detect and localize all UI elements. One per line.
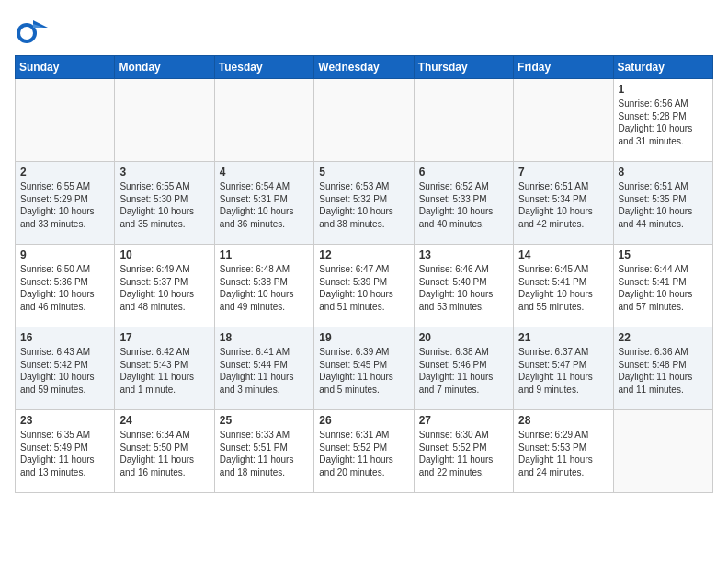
day-number: 6	[419, 166, 508, 178]
calendar-cell: 13Sunrise: 6:46 AM Sunset: 5:40 PM Dayli…	[414, 245, 513, 327]
calendar-cell: 10Sunrise: 6:49 AM Sunset: 5:37 PM Dayli…	[115, 245, 214, 327]
calendar-cell: 28Sunrise: 6:29 AM Sunset: 5:53 PM Dayli…	[514, 410, 613, 493]
col-header-tuesday: Tuesday	[214, 56, 313, 79]
calendar-cell: 25Sunrise: 6:33 AM Sunset: 5:51 PM Dayli…	[214, 410, 313, 493]
day-info: Sunrise: 6:41 AM Sunset: 5:44 PM Dayligh…	[220, 346, 309, 396]
calendar-cell: 20Sunrise: 6:38 AM Sunset: 5:46 PM Dayli…	[414, 327, 513, 410]
day-info: Sunrise: 6:31 AM Sunset: 5:52 PM Dayligh…	[319, 429, 408, 478]
day-number: 10	[119, 248, 209, 261]
calendar-cell: 24Sunrise: 6:34 AM Sunset: 5:50 PM Dayli…	[115, 410, 214, 493]
day-info: Sunrise: 6:30 AM Sunset: 5:52 PM Dayligh…	[419, 429, 508, 478]
day-info: Sunrise: 6:49 AM Sunset: 5:37 PM Dayligh…	[119, 263, 209, 313]
day-info: Sunrise: 6:52 AM Sunset: 5:33 PM Dayligh…	[419, 180, 508, 230]
day-number: 16	[20, 331, 109, 344]
day-number: 13	[419, 248, 508, 261]
day-info: Sunrise: 6:48 AM Sunset: 5:38 PM Dayligh…	[220, 263, 309, 313]
calendar-cell: 9Sunrise: 6:50 AM Sunset: 5:36 PM Daylig…	[16, 245, 115, 327]
calendar-cell: 6Sunrise: 6:52 AM Sunset: 5:33 PM Daylig…	[414, 162, 513, 245]
col-header-saturday: Saturday	[613, 56, 712, 79]
calendar-week-5: 23Sunrise: 6:35 AM Sunset: 5:49 PM Dayli…	[16, 410, 713, 493]
day-info: Sunrise: 6:39 AM Sunset: 5:45 PM Dayligh…	[319, 346, 408, 396]
calendar-cell: 7Sunrise: 6:51 AM Sunset: 5:34 PM Daylig…	[514, 162, 613, 245]
calendar-week-3: 9Sunrise: 6:50 AM Sunset: 5:36 PM Daylig…	[16, 245, 713, 327]
calendar-header-row: SundayMondayTuesdayWednesdayThursdayFrid…	[16, 56, 713, 79]
day-number: 14	[518, 248, 608, 261]
col-header-wednesday: Wednesday	[314, 56, 414, 79]
col-header-monday: Monday	[115, 56, 214, 79]
calendar-cell	[514, 79, 613, 162]
day-info: Sunrise: 6:53 AM Sunset: 5:32 PM Dayligh…	[319, 180, 408, 230]
calendar-cell: 12Sunrise: 6:47 AM Sunset: 5:39 PM Dayli…	[314, 245, 414, 327]
day-number: 18	[220, 331, 309, 344]
calendar-cell	[613, 410, 712, 493]
day-number: 11	[220, 248, 309, 261]
day-info: Sunrise: 6:50 AM Sunset: 5:36 PM Dayligh…	[20, 263, 109, 313]
day-number: 22	[619, 331, 708, 344]
calendar-cell: 2Sunrise: 6:55 AM Sunset: 5:29 PM Daylig…	[16, 162, 115, 245]
day-number: 19	[319, 331, 408, 344]
calendar-cell: 11Sunrise: 6:48 AM Sunset: 5:38 PM Dayli…	[214, 245, 313, 327]
calendar-cell	[414, 79, 513, 162]
day-info: Sunrise: 6:56 AM Sunset: 5:28 PM Dayligh…	[619, 98, 708, 147]
calendar-cell: 18Sunrise: 6:41 AM Sunset: 5:44 PM Dayli…	[214, 327, 313, 410]
day-number: 26	[319, 414, 408, 427]
col-header-thursday: Thursday	[414, 56, 513, 79]
day-info: Sunrise: 6:44 AM Sunset: 5:41 PM Dayligh…	[619, 263, 708, 313]
day-number: 2	[20, 166, 109, 178]
day-info: Sunrise: 6:46 AM Sunset: 5:40 PM Dayligh…	[419, 263, 508, 313]
day-info: Sunrise: 6:36 AM Sunset: 5:48 PM Dayligh…	[619, 346, 708, 396]
day-number: 1	[619, 83, 708, 96]
calendar-cell: 17Sunrise: 6:42 AM Sunset: 5:43 PM Dayli…	[115, 327, 214, 410]
day-number: 12	[319, 248, 408, 261]
calendar-cell: 21Sunrise: 6:37 AM Sunset: 5:47 PM Dayli…	[514, 327, 613, 410]
calendar-cell	[16, 79, 115, 162]
calendar-cell: 23Sunrise: 6:35 AM Sunset: 5:49 PM Dayli…	[16, 410, 115, 493]
day-info: Sunrise: 6:38 AM Sunset: 5:46 PM Dayligh…	[419, 346, 508, 396]
calendar-cell: 8Sunrise: 6:51 AM Sunset: 5:35 PM Daylig…	[613, 162, 712, 245]
page-header	[15, 15, 713, 48]
day-info: Sunrise: 6:35 AM Sunset: 5:49 PM Dayligh…	[20, 429, 109, 478]
svg-point-1	[20, 27, 33, 40]
logo-icon	[15, 15, 48, 48]
day-info: Sunrise: 6:45 AM Sunset: 5:41 PM Dayligh…	[518, 263, 608, 313]
day-info: Sunrise: 6:29 AM Sunset: 5:53 PM Dayligh…	[518, 429, 608, 478]
day-info: Sunrise: 6:37 AM Sunset: 5:47 PM Dayligh…	[518, 346, 608, 396]
day-number: 24	[119, 414, 209, 427]
calendar-cell	[214, 79, 313, 162]
day-info: Sunrise: 6:54 AM Sunset: 5:31 PM Dayligh…	[220, 180, 309, 230]
calendar-cell	[314, 79, 414, 162]
day-number: 15	[619, 248, 708, 261]
day-number: 21	[518, 331, 608, 344]
calendar-table: SundayMondayTuesdayWednesdayThursdayFrid…	[15, 55, 713, 493]
day-number: 8	[619, 166, 708, 178]
calendar-cell: 14Sunrise: 6:45 AM Sunset: 5:41 PM Dayli…	[514, 245, 613, 327]
day-info: Sunrise: 6:55 AM Sunset: 5:30 PM Dayligh…	[119, 180, 209, 230]
calendar-cell: 19Sunrise: 6:39 AM Sunset: 5:45 PM Dayli…	[314, 327, 414, 410]
calendar-cell: 22Sunrise: 6:36 AM Sunset: 5:48 PM Dayli…	[613, 327, 712, 410]
day-info: Sunrise: 6:55 AM Sunset: 5:29 PM Dayligh…	[20, 180, 109, 230]
day-number: 25	[220, 414, 309, 427]
col-header-sunday: Sunday	[16, 56, 115, 79]
col-header-friday: Friday	[514, 56, 613, 79]
logo	[15, 15, 51, 48]
day-number: 4	[220, 166, 309, 178]
day-info: Sunrise: 6:51 AM Sunset: 5:34 PM Dayligh…	[518, 180, 608, 230]
day-info: Sunrise: 6:33 AM Sunset: 5:51 PM Dayligh…	[220, 429, 309, 478]
day-info: Sunrise: 6:42 AM Sunset: 5:43 PM Dayligh…	[119, 346, 209, 396]
calendar-cell: 5Sunrise: 6:53 AM Sunset: 5:32 PM Daylig…	[314, 162, 414, 245]
day-number: 28	[518, 414, 608, 427]
calendar-cell: 26Sunrise: 6:31 AM Sunset: 5:52 PM Dayli…	[314, 410, 414, 493]
day-number: 9	[20, 248, 109, 261]
day-info: Sunrise: 6:43 AM Sunset: 5:42 PM Dayligh…	[20, 346, 109, 396]
day-info: Sunrise: 6:51 AM Sunset: 5:35 PM Dayligh…	[619, 180, 708, 230]
day-number: 5	[319, 166, 408, 178]
day-number: 3	[119, 166, 209, 178]
calendar-cell	[115, 79, 214, 162]
calendar-cell: 15Sunrise: 6:44 AM Sunset: 5:41 PM Dayli…	[613, 245, 712, 327]
calendar-week-2: 2Sunrise: 6:55 AM Sunset: 5:29 PM Daylig…	[16, 162, 713, 245]
day-number: 17	[119, 331, 209, 344]
day-info: Sunrise: 6:34 AM Sunset: 5:50 PM Dayligh…	[119, 429, 209, 478]
calendar-week-1: 1Sunrise: 6:56 AM Sunset: 5:28 PM Daylig…	[16, 79, 713, 162]
calendar-cell: 4Sunrise: 6:54 AM Sunset: 5:31 PM Daylig…	[214, 162, 313, 245]
calendar-cell: 3Sunrise: 6:55 AM Sunset: 5:30 PM Daylig…	[115, 162, 214, 245]
